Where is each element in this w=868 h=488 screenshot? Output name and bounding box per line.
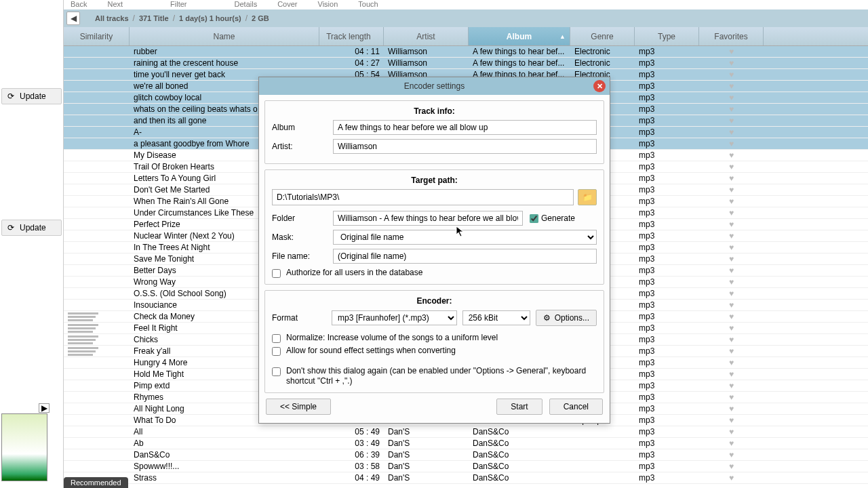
cell-favorite[interactable]: ♥	[699, 473, 764, 483]
cell-favorite[interactable]: ♥	[699, 70, 764, 79]
table-row[interactable]: DanS&Co 06 : 39 Dan'S DanS&Co mp3 ♥	[64, 449, 868, 461]
cell-favorite[interactable]: ♥	[699, 277, 764, 287]
heart-icon: ♥	[729, 104, 734, 114]
cancel-button[interactable]: Cancel	[549, 399, 603, 415]
authorize-checkbox[interactable]	[272, 269, 281, 278]
cell-album: DanS&Co	[469, 439, 570, 448]
browse-folder-button[interactable]: 📁	[578, 189, 597, 205]
back-link[interactable]: Back	[71, 0, 87, 9]
table-row[interactable]: Ab 03 : 49 Dan'S DanS&Co mp3 ♥	[64, 438, 868, 449]
cell-favorite[interactable]: ♥	[699, 174, 764, 183]
cell-favorite[interactable]: ♥	[699, 220, 764, 229]
next-link[interactable]: Next	[107, 0, 123, 9]
dont-show-checkbox[interactable]	[272, 367, 281, 376]
cell-favorite[interactable]: ♥	[699, 312, 764, 321]
start-button[interactable]: Start	[496, 399, 542, 415]
cell-favorite[interactable]: ♥	[699, 450, 764, 460]
details-link[interactable]: Details	[235, 0, 258, 9]
album-field[interactable]	[333, 120, 597, 135]
path-field[interactable]	[272, 189, 574, 205]
heart-icon: ♥	[729, 58, 734, 68]
sound-fx-checkbox[interactable]	[272, 347, 281, 356]
table-row[interactable]: rubber 04 : 11 Williamson A few things t…	[64, 46, 868, 58]
cell-album: A few things to hear bef...	[469, 47, 570, 56]
bitrate-select[interactable]: 256 kBit	[462, 310, 530, 325]
cell-favorite[interactable]: ♥	[699, 439, 764, 448]
normalize-checkbox[interactable]	[272, 334, 281, 343]
cell-favorite[interactable]: ♥	[699, 197, 764, 206]
heart-icon: ♥	[729, 127, 734, 137]
cell-favorite[interactable]: ♥	[699, 427, 764, 436]
cell-favorite[interactable]: ♥	[699, 254, 764, 264]
cell-favorite[interactable]: ♥	[699, 358, 764, 367]
col-type[interactable]: Type	[635, 27, 699, 45]
cell-favorite[interactable]: ♥	[699, 369, 764, 379]
options-button[interactable]: ⚙ Options...	[536, 310, 597, 326]
touch-link[interactable]: Touch	[358, 0, 378, 9]
simple-button[interactable]: << Simple	[266, 399, 331, 415]
cell-favorite[interactable]: ♥	[699, 162, 764, 171]
cell-type: mp3	[635, 208, 699, 218]
cell-favorite[interactable]: ♥	[699, 243, 764, 252]
folder-field[interactable]	[333, 211, 523, 226]
cell-favorite[interactable]: ♥	[699, 93, 764, 102]
table-row[interactable]: Spowww!!!... 03 : 58 Dan'S DanS&Co mp3 ♥	[64, 461, 868, 472]
cell-favorite[interactable]: ♥	[699, 231, 764, 241]
cell-favorite[interactable]: ♥	[699, 116, 764, 125]
col-similarity[interactable]: Similarity	[64, 27, 130, 45]
col-artist[interactable]: Artist	[384, 27, 469, 45]
cell-favorite[interactable]: ♥	[699, 47, 764, 56]
close-icon[interactable]: ✕	[593, 80, 606, 92]
cell-favorite[interactable]: ♥	[699, 300, 764, 310]
cell-favorite[interactable]: ♥	[699, 104, 764, 114]
cell-favorite[interactable]: ♥	[699, 415, 764, 425]
cell-favorite[interactable]: ♥	[699, 127, 764, 137]
crumb-1[interactable]: 371 Title	[139, 14, 169, 22]
col-name[interactable]: Name	[130, 27, 319, 45]
table-row[interactable]: All 05 : 49 Dan'S DanS&Co mp3 ♥	[64, 426, 868, 438]
crumb-2[interactable]: 1 day(s) 1 hour(s)	[179, 14, 241, 22]
cell-favorite[interactable]: ♥	[699, 139, 764, 148]
artist-field[interactable]	[333, 139, 597, 154]
cell-type: mp3	[635, 116, 699, 125]
cover-link[interactable]: Cover	[277, 0, 297, 9]
cell-favorite[interactable]: ♥	[699, 208, 764, 218]
format-select[interactable]: mp3 [Fraunhofer] (*.mp3)	[332, 310, 457, 325]
cell-favorite[interactable]: ♥	[699, 404, 764, 413]
cell-favorite[interactable]: ♥	[699, 392, 764, 402]
cell-favorite[interactable]: ♥	[699, 323, 764, 333]
col-favorites[interactable]: Favorites	[699, 27, 764, 45]
vision-link[interactable]: Vision	[318, 0, 338, 9]
cell-favorite[interactable]: ♥	[699, 289, 764, 298]
nav-back-button[interactable]: ◀	[66, 12, 80, 25]
cell-favorite[interactable]: ♥	[699, 58, 764, 68]
filter-link[interactable]: Filter	[170, 0, 186, 9]
heart-icon: ♥	[729, 462, 734, 471]
update-button-1[interactable]: ⟳ Update	[1, 88, 62, 104]
cell-type: mp3	[635, 93, 699, 102]
cell-favorite[interactable]: ♥	[699, 462, 764, 471]
play-button[interactable]: ▶	[39, 403, 50, 413]
generate-checkbox[interactable]	[530, 214, 538, 223]
recommended-bubble[interactable]: Recommended	[64, 477, 128, 488]
update-button-2[interactable]: ⟳ Update	[1, 220, 62, 236]
col-genre[interactable]: Genre	[570, 27, 635, 45]
cell-favorite[interactable]: ♥	[699, 346, 764, 356]
col-album[interactable]: Album	[469, 27, 570, 45]
filename-field[interactable]	[333, 249, 597, 264]
cell-favorite[interactable]: ♥	[699, 185, 764, 195]
col-length[interactable]: Track length	[319, 27, 384, 45]
crumb-3[interactable]: 2 GB	[252, 14, 269, 22]
cell-favorite[interactable]: ♥	[699, 381, 764, 390]
cell-favorite[interactable]: ♥	[699, 266, 764, 275]
cell-favorite[interactable]: ♥	[699, 81, 764, 91]
cell-artist: Dan'S	[384, 462, 469, 471]
cell-favorite[interactable]: ♥	[699, 150, 764, 160]
crumb-0[interactable]: All tracks	[95, 14, 129, 22]
cell-type: mp3	[635, 358, 699, 367]
table-row[interactable]: Strass 04 : 49 Dan'S DanS&Co mp3 ♥	[64, 472, 868, 484]
cell-favorite[interactable]: ♥	[699, 335, 764, 344]
table-row[interactable]: raining at the crescent house 04 : 27 Wi…	[64, 58, 868, 69]
cell-length: 04 : 11	[319, 47, 384, 56]
mask-select[interactable]: Original file name	[333, 230, 597, 245]
